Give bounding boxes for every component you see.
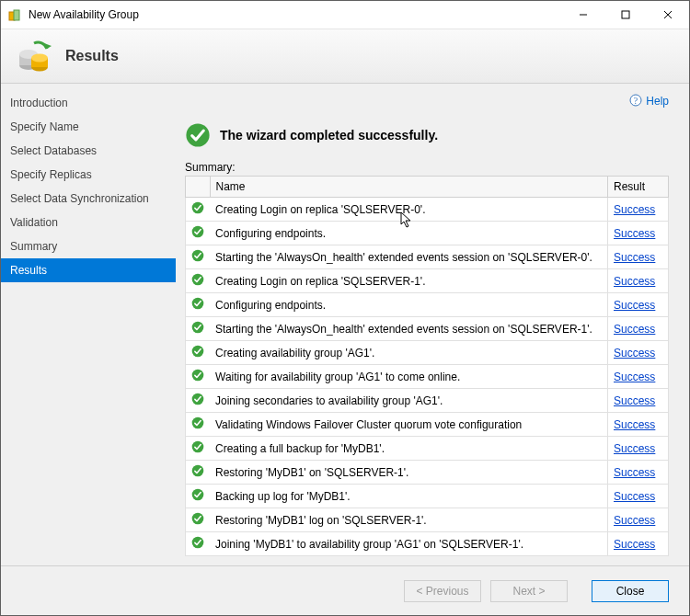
row-status-icon	[186, 293, 211, 317]
result-link[interactable]: Success	[614, 538, 655, 551]
svg-text:?: ?	[634, 96, 638, 106]
content-pane: ? Help The wizard completed successfully…	[176, 84, 689, 565]
row-result: Success	[608, 389, 669, 413]
row-status-icon	[186, 508, 211, 532]
row-status-icon	[186, 365, 211, 389]
table-row[interactable]: Creating Login on replica 'SQLSERVER-0'.…	[186, 198, 669, 222]
row-result: Success	[608, 413, 669, 437]
col-icon	[186, 177, 211, 198]
svg-point-18	[192, 274, 204, 286]
row-result: Success	[608, 341, 669, 365]
table-row[interactable]: Joining secondaries to availability grou…	[186, 389, 669, 413]
result-link[interactable]: Success	[614, 442, 655, 455]
result-link[interactable]: Success	[614, 371, 655, 383]
row-name: Configuring endpoints.	[210, 222, 608, 245]
row-status-icon	[186, 222, 211, 245]
svg-point-24	[192, 417, 204, 429]
table-row[interactable]: Configuring endpoints.Success	[186, 293, 669, 317]
table-row[interactable]: Configuring endpoints.Success	[186, 222, 669, 245]
close-wizard-button[interactable]: Close	[592, 580, 669, 602]
row-status-icon	[186, 437, 211, 461]
row-status-icon	[186, 198, 211, 222]
sidebar-item-specify-name[interactable]: Specify Name	[1, 115, 176, 139]
result-link[interactable]: Success	[614, 394, 655, 407]
row-name: Starting the 'AlwaysOn_health' extended …	[210, 317, 608, 341]
table-row[interactable]: Restoring 'MyDB1' log on 'SQLSERVER-1'.S…	[186, 508, 669, 532]
table-row[interactable]: Backing up log for 'MyDB1'.Success	[186, 485, 669, 508]
sidebar-item-results[interactable]: Results	[1, 258, 176, 282]
window-title: New Availability Group	[29, 8, 562, 21]
result-link[interactable]: Success	[614, 299, 655, 312]
result-link[interactable]: Success	[614, 227, 655, 240]
result-link[interactable]: Success	[614, 323, 655, 336]
table-row[interactable]: Creating Login on replica 'SQLSERVER-1'.…	[186, 269, 669, 293]
row-result: Success	[608, 198, 669, 222]
result-link[interactable]: Success	[614, 203, 655, 216]
svg-point-11	[31, 54, 48, 63]
status-message: The wizard completed successfully.	[220, 128, 438, 143]
svg-point-22	[192, 370, 204, 382]
result-link[interactable]: Success	[614, 347, 655, 359]
table-row[interactable]: Creating availability group 'AG1'.Succes…	[186, 341, 669, 365]
svg-rect-3	[622, 11, 629, 18]
row-name: Joining 'MyDB1' to availability group 'A…	[210, 532, 608, 556]
sidebar-item-introduction[interactable]: Introduction	[1, 91, 176, 115]
summary-label: Summary:	[185, 161, 669, 174]
row-name: Starting the 'AlwaysOn_health' extended …	[210, 245, 608, 269]
app-icon	[8, 7, 23, 22]
svg-point-29	[192, 537, 204, 549]
svg-point-20	[192, 322, 204, 334]
help-icon[interactable]: ?	[629, 94, 642, 109]
titlebar: New Availability Group	[1, 1, 689, 29]
svg-rect-1	[14, 10, 19, 20]
row-status-icon	[186, 317, 211, 341]
previous-button: < Previous	[404, 580, 481, 602]
row-status-icon	[186, 413, 211, 437]
table-row[interactable]: Starting the 'AlwaysOn_health' extended …	[186, 317, 669, 341]
table-row[interactable]: Joining 'MyDB1' to availability group 'A…	[186, 532, 669, 556]
row-result: Success	[608, 532, 669, 556]
sidebar-item-select-databases[interactable]: Select Databases	[1, 139, 176, 163]
result-link[interactable]: Success	[614, 490, 655, 503]
result-link[interactable]: Success	[614, 418, 655, 431]
row-status-icon	[186, 269, 211, 293]
table-row[interactable]: Creating a full backup for 'MyDB1'.Succe…	[186, 437, 669, 461]
result-link[interactable]: Success	[614, 514, 655, 527]
sidebar-item-specify-replicas[interactable]: Specify Replicas	[1, 163, 176, 187]
results-table: Name Result Creating Login on replica 'S…	[185, 176, 669, 556]
result-link[interactable]: Success	[614, 275, 655, 288]
row-name: Creating Login on replica 'SQLSERVER-0'.	[210, 198, 608, 222]
svg-point-15	[192, 202, 204, 214]
sidebar-item-select-data-synchronization[interactable]: Select Data Synchronization	[1, 187, 176, 211]
row-status-icon	[186, 341, 211, 365]
sidebar-item-validation[interactable]: Validation	[1, 211, 176, 234]
svg-point-23	[192, 394, 204, 405]
success-check-icon	[185, 122, 211, 148]
svg-point-25	[192, 441, 204, 453]
result-link[interactable]: Success	[614, 466, 655, 479]
svg-point-27	[192, 489, 204, 501]
row-result: Success	[608, 437, 669, 461]
help-link[interactable]: Help	[646, 95, 669, 108]
row-result: Success	[608, 508, 669, 532]
row-status-icon	[186, 245, 211, 269]
row-name: Creating availability group 'AG1'.	[210, 341, 608, 365]
row-status-icon	[186, 389, 211, 413]
row-status-icon	[186, 485, 211, 508]
table-row[interactable]: Starting the 'AlwaysOn_health' extended …	[186, 245, 669, 269]
row-name: Creating a full backup for 'MyDB1'.	[210, 437, 608, 461]
result-link[interactable]: Success	[614, 251, 655, 264]
row-name: Backing up log for 'MyDB1'.	[210, 485, 608, 508]
next-button: Next >	[490, 580, 568, 602]
sidebar-item-summary[interactable]: Summary	[1, 234, 176, 258]
table-row[interactable]: Waiting for availability group 'AG1' to …	[186, 365, 669, 389]
footer: < Previous Next > Close	[1, 565, 689, 615]
minimize-button[interactable]	[562, 1, 604, 29]
table-row[interactable]: Restoring 'MyDB1' on 'SQLSERVER-1'.Succe…	[186, 461, 669, 485]
row-name: Configuring endpoints.	[210, 293, 608, 317]
row-name: Restoring 'MyDB1' log on 'SQLSERVER-1'.	[210, 508, 608, 532]
row-name: Validating Windows Failover Cluster quor…	[210, 413, 608, 437]
maximize-button[interactable]	[604, 1, 647, 29]
close-button[interactable]	[647, 1, 689, 29]
table-row[interactable]: Validating Windows Failover Cluster quor…	[186, 413, 669, 437]
